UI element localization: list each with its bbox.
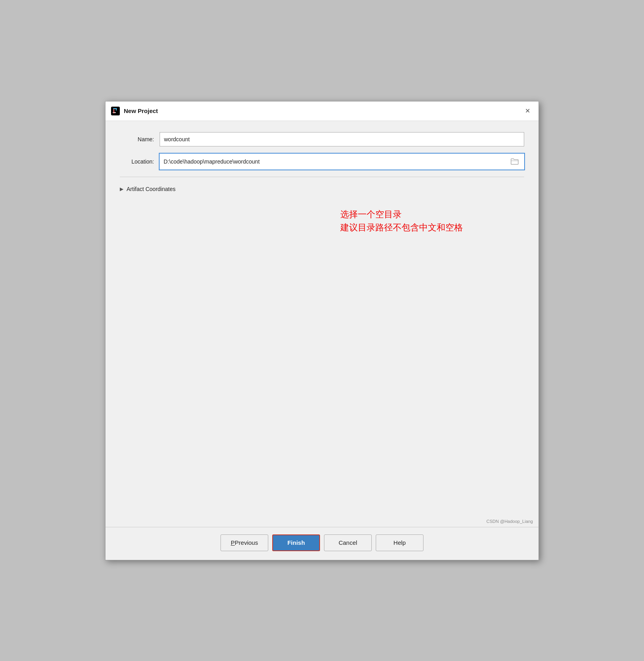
- divider: [120, 177, 524, 177]
- svg-rect-0: [111, 107, 120, 115]
- artifact-header[interactable]: ▶ Artifact Coordinates: [120, 184, 524, 194]
- artifact-title: Artifact Coordinates: [127, 186, 176, 192]
- artifact-section: ▶ Artifact Coordinates: [120, 184, 524, 194]
- previous-label: PPrevious: [231, 539, 258, 546]
- new-project-dialog: New Project ✕ Name: Location: D:\code\ha…: [105, 101, 539, 560]
- close-button[interactable]: ✕: [522, 105, 533, 117]
- dialog-footer: PPrevious Finish Cancel Help: [105, 527, 539, 560]
- location-combined: D:\code\hadoop\mapreduce\wordcount: [160, 154, 524, 170]
- cancel-button[interactable]: Cancel: [324, 534, 372, 551]
- help-button[interactable]: Help: [376, 534, 423, 551]
- annotation-text: 选择一个空目录 建议目录路径不包含中文和空格: [340, 208, 463, 234]
- artifact-expand-arrow: ▶: [120, 186, 123, 192]
- location-path-display: D:\code\hadoop\mapreduce\wordcount: [160, 154, 263, 170]
- app-icon: [111, 107, 120, 115]
- name-label: Name:: [120, 136, 160, 142]
- location-right: [263, 154, 524, 170]
- browse-button[interactable]: [507, 158, 522, 165]
- name-input[interactable]: [160, 132, 524, 146]
- title-left: New Project: [111, 107, 158, 115]
- previous-button[interactable]: PPrevious: [221, 534, 268, 551]
- name-row: Name:: [120, 132, 524, 146]
- annotation-line1: 选择一个空目录: [340, 208, 463, 221]
- dialog-title: New Project: [124, 107, 158, 114]
- dialog-content: Name: Location: D:\code\hadoop\mapreduce…: [105, 121, 539, 527]
- annotation-container: 选择一个空目录 建议目录路径不包含中文和空格: [336, 208, 463, 234]
- finish-button[interactable]: Finish: [272, 534, 320, 551]
- location-label: Location:: [120, 158, 160, 165]
- location-row: Location: D:\code\hadoop\mapreduce\wordc…: [120, 154, 524, 170]
- svg-rect-4: [116, 109, 117, 111]
- watermark: CSDN @Hadoop_Liang: [486, 519, 533, 524]
- annotation-line2: 建议目录路径不包含中文和空格: [340, 221, 463, 234]
- title-bar: New Project ✕: [105, 101, 539, 121]
- svg-rect-2: [113, 109, 114, 113]
